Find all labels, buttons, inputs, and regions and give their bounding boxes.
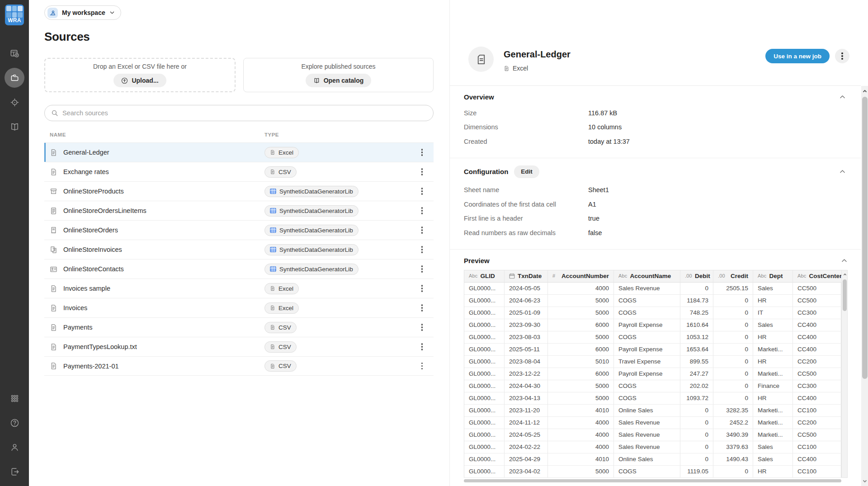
column-header-name: NAME bbox=[50, 132, 264, 137]
source-row[interactable]: OnlineStoreOrdersSyntheticDataGeneratorL… bbox=[44, 220, 434, 240]
preview-cell: Finance bbox=[753, 380, 793, 392]
column-type-label: Abc bbox=[618, 270, 627, 282]
edit-configuration-button[interactable]: Edit bbox=[514, 165, 539, 178]
sidebar-item-target[interactable] bbox=[5, 92, 24, 112]
preview-cell: COGS bbox=[614, 380, 680, 392]
preview-cell: 2024-11-12 bbox=[505, 417, 548, 429]
source-row[interactable]: PaymentsCSV bbox=[44, 317, 434, 337]
preview-cell: 4000 bbox=[548, 441, 614, 453]
file-type-icon bbox=[504, 66, 509, 71]
sidebar-item-apps-grid[interactable] bbox=[5, 388, 24, 408]
search-box bbox=[44, 105, 434, 121]
source-row[interactable]: InvoicesExcel bbox=[44, 298, 434, 317]
search-input[interactable] bbox=[62, 109, 427, 117]
overview-collapse-button[interactable] bbox=[839, 94, 846, 100]
preview-cell: 0 bbox=[680, 453, 713, 466]
preview-cell: 0 bbox=[713, 356, 753, 368]
source-row[interactable]: Invoices sampleExcel bbox=[44, 278, 434, 298]
doc-badge-icon bbox=[270, 169, 275, 175]
source-row[interactable]: OnlineStoreInvoicesSyntheticDataGenerato… bbox=[44, 240, 434, 259]
preview-data-row: GL0000...2024-04-305000COGS202.020Financ… bbox=[464, 380, 841, 392]
workspace-selector[interactable]: My workspace bbox=[44, 5, 121, 20]
sidebar-item-jobs[interactable] bbox=[5, 43, 24, 63]
source-row[interactable]: OnlineStoreProductsSyntheticDataGenerato… bbox=[44, 181, 434, 201]
preview-cell: GL0000... bbox=[464, 429, 505, 441]
detail-scrollbar-thumb[interactable] bbox=[862, 97, 868, 379]
preview-cell: COGS bbox=[614, 392, 680, 405]
open-catalog-button[interactable]: Open catalog bbox=[306, 74, 372, 87]
scroll-down-icon[interactable] bbox=[861, 478, 868, 484]
document-icon bbox=[50, 304, 57, 312]
preview-collapse-button[interactable] bbox=[841, 257, 848, 264]
synthetic-lib-icon bbox=[270, 266, 276, 272]
preview-cell: CC100 bbox=[793, 466, 842, 478]
calendar-icon bbox=[509, 273, 515, 279]
sidebar-item-help[interactable] bbox=[5, 413, 24, 433]
field-label: Created bbox=[464, 138, 588, 145]
source-type-label: CSV bbox=[278, 169, 291, 175]
preview-cell: Marketi... bbox=[753, 429, 793, 441]
preview-cell: 0 bbox=[713, 307, 753, 319]
source-row[interactable]: Payments-2021-01CSV bbox=[44, 356, 434, 376]
preview-cell: 0 bbox=[713, 380, 753, 392]
row-menu-button[interactable] bbox=[419, 302, 426, 314]
preview-cell: 1119.05 bbox=[680, 466, 713, 478]
source-row[interactable]: Exchange ratesCSV bbox=[44, 162, 434, 181]
preview-vertical-scrollbar[interactable] bbox=[841, 270, 848, 478]
preview-cell: HR bbox=[753, 466, 793, 478]
column-label: AccountName bbox=[630, 270, 671, 282]
row-menu-button[interactable] bbox=[419, 282, 426, 295]
detail-menu-button[interactable] bbox=[835, 49, 849, 63]
preview-cell: 0 bbox=[680, 405, 713, 417]
detail-panel-scrollbar[interactable] bbox=[861, 86, 868, 486]
source-row[interactable]: General-LedgerExcel bbox=[44, 142, 434, 162]
row-menu-button[interactable] bbox=[419, 204, 426, 217]
preview-cell: GL0000... bbox=[464, 319, 505, 331]
column-type-label: # bbox=[552, 270, 555, 282]
scroll-up-icon[interactable] bbox=[842, 270, 848, 277]
source-type-badge: Excel bbox=[264, 302, 299, 314]
row-menu-button[interactable] bbox=[419, 224, 426, 236]
row-menu-button[interactable] bbox=[419, 360, 426, 373]
catalog-icon bbox=[9, 122, 20, 132]
preview-cell: 3490.39 bbox=[713, 429, 753, 441]
source-name: PaymentTypesLookup.txt bbox=[63, 343, 264, 350]
row-menu-button[interactable] bbox=[419, 185, 426, 198]
upload-button[interactable]: Upload... bbox=[113, 74, 166, 87]
file-dropzone[interactable]: Drop an Excel or CSV file here or Upload… bbox=[44, 58, 236, 92]
source-type-badge: SyntheticDataGeneratorLib bbox=[264, 186, 359, 197]
row-menu-button[interactable] bbox=[419, 243, 426, 256]
preview-cell: 2452.2 bbox=[713, 417, 753, 429]
app-window: WRA My workspace Sources Drop an Excel o… bbox=[0, 0, 868, 486]
sidebar-item-sources[interactable] bbox=[5, 68, 24, 88]
search-icon bbox=[51, 109, 58, 117]
sidebar-item-account[interactable] bbox=[5, 437, 24, 457]
sidebar-item-logout[interactable] bbox=[5, 462, 24, 481]
overview-title: Overview bbox=[464, 93, 494, 101]
preview-cell: COGS bbox=[614, 466, 680, 478]
row-menu-button[interactable] bbox=[419, 146, 426, 159]
preview-cell: 5000 bbox=[548, 307, 614, 319]
source-row[interactable]: OnlineStoreOrdersLineItemsSyntheticDataG… bbox=[44, 201, 434, 220]
field-label: Read numbers as raw decimals bbox=[464, 229, 588, 236]
preview-cell: CC500 bbox=[793, 368, 842, 380]
preview-column-header: AbcGLID bbox=[464, 270, 505, 283]
app-logo[interactable]: WRA bbox=[5, 5, 24, 25]
configuration-collapse-button[interactable] bbox=[839, 168, 846, 175]
preview-scrollbar-thumb[interactable] bbox=[843, 279, 847, 311]
row-menu-button[interactable] bbox=[419, 165, 426, 178]
row-menu-button[interactable] bbox=[419, 340, 426, 353]
sidebar-item-catalog[interactable] bbox=[5, 117, 24, 137]
row-menu-button[interactable] bbox=[419, 263, 426, 275]
preview-horizontal-scrollbar[interactable] bbox=[464, 479, 841, 482]
preview-cell: IT bbox=[753, 307, 793, 319]
preview-cell: Online Sales bbox=[614, 453, 680, 466]
preview-cell: CC500 bbox=[793, 295, 842, 307]
preview-data-row: GL0000...2025-01-095000COGS748.250ITCC30… bbox=[464, 307, 841, 319]
source-row[interactable]: OnlineStoreContactsSyntheticDataGenerato… bbox=[44, 259, 434, 278]
use-in-new-job-button[interactable]: Use in a new job bbox=[765, 49, 830, 63]
source-row[interactable]: PaymentTypesLookup.txtCSV bbox=[44, 337, 434, 356]
scroll-up-icon[interactable] bbox=[861, 89, 868, 94]
preview-cell: Sales Revenue bbox=[614, 417, 680, 429]
row-menu-button[interactable] bbox=[419, 321, 426, 334]
